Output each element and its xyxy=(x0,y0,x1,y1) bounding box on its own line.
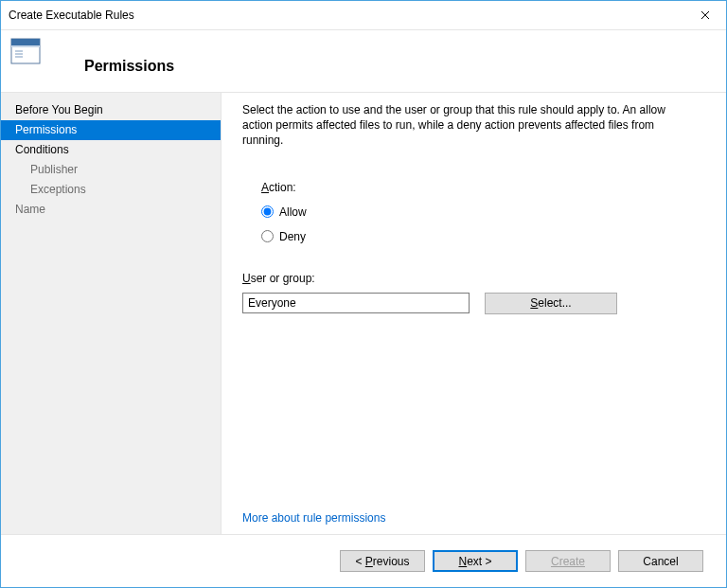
spacer xyxy=(242,324,705,534)
wizard-sidebar: Before You Begin Permissions Conditions … xyxy=(1,93,222,534)
sidebar-item-permissions[interactable]: Permissions xyxy=(1,120,221,140)
action-label: Action: xyxy=(261,181,705,194)
svg-rect-2 xyxy=(11,45,40,47)
close-icon xyxy=(700,8,710,23)
wizard-content: Select the action to use and the user or… xyxy=(222,93,726,534)
wizard-header: Permissions xyxy=(1,30,726,93)
sidebar-item-exceptions[interactable]: Exceptions xyxy=(1,180,221,200)
more-link-wrap: More about rule permissions xyxy=(242,511,385,525)
usergroup-label: User or group: xyxy=(242,272,705,285)
dialog-window: Create Executable Rules Permissions Befo… xyxy=(0,0,727,588)
radio-deny[interactable]: Deny xyxy=(261,226,705,247)
select-button[interactable]: Select... xyxy=(485,293,617,314)
next-button[interactable]: Next > xyxy=(433,550,518,572)
action-radio-group: Allow Deny xyxy=(261,202,705,251)
wizard-body: Before You Begin Permissions Conditions … xyxy=(1,93,726,534)
radio-allow[interactable]: Allow xyxy=(261,202,705,223)
close-button[interactable] xyxy=(683,1,726,29)
create-button: Create xyxy=(525,550,611,572)
page-title: Permissions xyxy=(84,58,174,75)
radio-deny-label: Deny xyxy=(279,230,306,243)
sidebar-item-conditions[interactable]: Conditions xyxy=(1,140,221,160)
sidebar-item-publisher[interactable]: Publisher xyxy=(1,160,221,180)
usergroup-input[interactable] xyxy=(242,293,470,313)
svg-rect-1 xyxy=(11,39,40,45)
previous-button[interactable]: < Previous xyxy=(340,550,425,572)
window-title: Create Executable Rules xyxy=(9,9,134,22)
radio-allow-label: Allow xyxy=(279,205,307,219)
radio-deny-input[interactable] xyxy=(261,230,274,242)
usergroup-row: Select... xyxy=(242,293,705,314)
sidebar-item-name[interactable]: Name xyxy=(1,200,221,220)
cancel-button[interactable]: Cancel xyxy=(618,550,703,572)
app-icon xyxy=(10,38,41,64)
sidebar-item-before-you-begin[interactable]: Before You Begin xyxy=(1,100,221,120)
description-text: Select the action to use and the user or… xyxy=(242,102,678,149)
more-about-link[interactable]: More about rule permissions xyxy=(242,511,385,525)
titlebar: Create Executable Rules xyxy=(1,1,726,30)
wizard-footer: < Previous Next > Create Cancel xyxy=(1,534,726,587)
radio-allow-input[interactable] xyxy=(261,205,274,218)
